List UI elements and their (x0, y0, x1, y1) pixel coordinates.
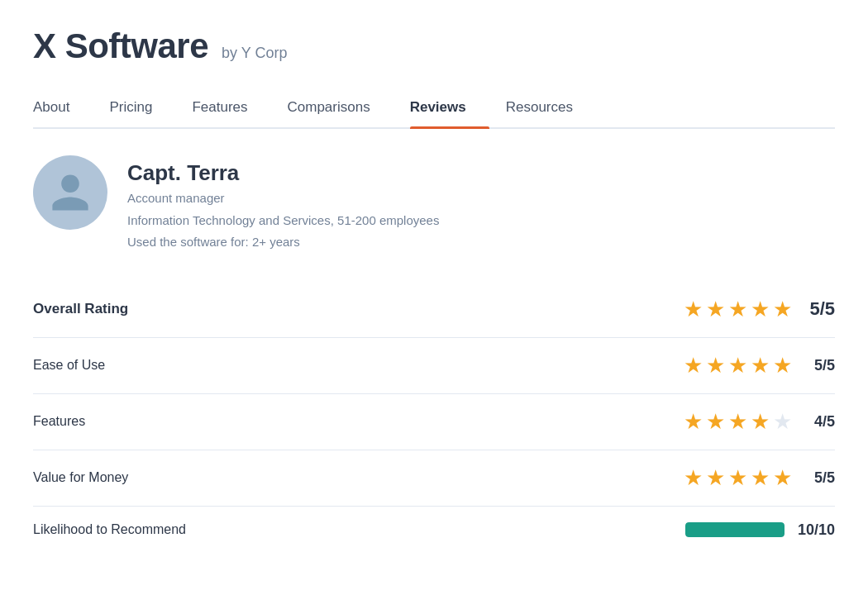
app-title: X Software (33, 26, 208, 66)
rating-row: Value for Money★★★★★5/5 (33, 450, 835, 507)
star-filled-icon: ★ (684, 297, 703, 322)
reviewer-info: Capt. Terra Account manager Information … (127, 155, 439, 252)
rating-right: ★★★★★5/5 (684, 465, 835, 491)
reviewer-name: Capt. Terra (127, 160, 439, 186)
star-filled-icon: ★ (706, 465, 725, 491)
header: X Software by Y Corp (33, 26, 835, 66)
star-filled-icon: ★ (706, 297, 725, 322)
ratings-section: Overall Rating★★★★★5/5Ease of Use★★★★★5/… (33, 282, 835, 554)
reviewer-usage: Used the software for: 2+ years (127, 233, 439, 252)
reviewer-role: Account manager (127, 189, 439, 208)
rating-row: Features★★★★★4/5 (33, 394, 835, 450)
nav-item-pricing[interactable]: Pricing (109, 89, 175, 127)
nav-item-features[interactable]: Features (192, 89, 270, 127)
star-filled-icon: ★ (773, 297, 792, 322)
rating-right: 10/10 (685, 521, 835, 539)
rating-right: ★★★★★4/5 (684, 409, 835, 435)
progress-bar (685, 522, 785, 537)
reviewer-company: Information Technology and Services, 51-… (127, 212, 439, 231)
star-filled-icon: ★ (706, 409, 725, 435)
star-filled-icon: ★ (773, 465, 792, 491)
rating-score: 5/5 (805, 357, 835, 374)
nav-item-about[interactable]: About (33, 89, 93, 127)
nav-item-comparisons[interactable]: Comparisons (288, 89, 393, 127)
stars: ★★★★★ (684, 465, 792, 491)
rating-score: 5/5 (805, 469, 835, 487)
rating-label: Likelihood to Recommend (33, 522, 685, 537)
stars: ★★★★★ (684, 297, 792, 322)
rating-right: ★★★★★5/5 (684, 353, 835, 378)
rating-label: Ease of Use (33, 358, 684, 373)
star-empty-icon: ★ (773, 409, 792, 435)
star-filled-icon: ★ (684, 409, 703, 435)
rating-row: Likelihood to Recommend10/10 (33, 507, 835, 554)
star-filled-icon: ★ (684, 465, 703, 491)
star-filled-icon: ★ (706, 353, 725, 378)
nav-item-reviews[interactable]: Reviews (410, 89, 489, 127)
rating-row: Ease of Use★★★★★5/5 (33, 338, 835, 394)
rating-score: 10/10 (798, 521, 835, 539)
star-filled-icon: ★ (751, 353, 770, 378)
star-filled-icon: ★ (751, 409, 770, 435)
progress-bar-fill (685, 522, 785, 537)
stars: ★★★★★ (684, 409, 792, 435)
rating-right: ★★★★★5/5 (684, 297, 835, 322)
user-icon (48, 170, 93, 215)
star-filled-icon: ★ (684, 353, 703, 378)
rating-label: Overall Rating (33, 301, 684, 317)
star-filled-icon: ★ (728, 353, 747, 378)
rating-label: Features (33, 414, 684, 429)
main-card: X Software by Y Corp AboutPricingFeature… (0, 0, 868, 595)
star-filled-icon: ★ (728, 465, 747, 491)
nav: AboutPricingFeaturesComparisonsReviewsRe… (33, 89, 835, 129)
rating-score: 4/5 (805, 413, 835, 431)
app-subtitle: by Y Corp (222, 45, 287, 62)
star-filled-icon: ★ (751, 297, 770, 322)
rating-row: Overall Rating★★★★★5/5 (33, 282, 835, 338)
avatar (33, 155, 107, 230)
stars: ★★★★★ (684, 353, 792, 378)
reviewer-section: Capt. Terra Account manager Information … (33, 155, 835, 252)
star-filled-icon: ★ (773, 353, 792, 378)
star-filled-icon: ★ (728, 409, 747, 435)
rating-score: 5/5 (805, 298, 835, 320)
nav-item-resources[interactable]: Resources (506, 89, 596, 127)
star-filled-icon: ★ (751, 465, 770, 491)
star-filled-icon: ★ (728, 297, 747, 322)
rating-label: Value for Money (33, 470, 684, 485)
